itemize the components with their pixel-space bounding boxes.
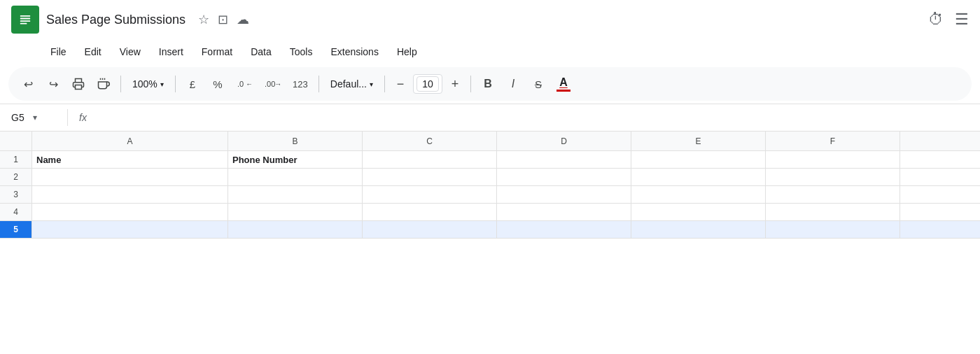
font-name: Defaul... bbox=[330, 78, 367, 90]
col-header-c[interactable]: C bbox=[363, 132, 497, 150]
cell-c2[interactable] bbox=[363, 169, 497, 185]
toolbar: ↩ ↪ 100% ▾ £ % .0 ← .00 → 12 bbox=[8, 67, 972, 101]
bold-button[interactable]: B bbox=[477, 73, 499, 95]
fx-label: fx bbox=[74, 112, 92, 123]
col-header-f[interactable]: F bbox=[766, 132, 900, 150]
cell-c3[interactable] bbox=[363, 186, 497, 203]
menu-help[interactable]: Help bbox=[388, 43, 426, 60]
cell-e3[interactable] bbox=[631, 186, 766, 203]
cell-e4[interactable] bbox=[631, 204, 766, 220]
grid-body: 1NamePhone Number2345 bbox=[0, 151, 980, 239]
decrease-font-size-button[interactable]: − bbox=[391, 74, 410, 94]
cell-e2[interactable] bbox=[631, 169, 766, 185]
cell-f3[interactable] bbox=[766, 186, 900, 203]
cell-f5[interactable] bbox=[766, 221, 900, 238]
undo-button[interactable]: ↩ bbox=[17, 73, 39, 95]
font-size-box: 10 bbox=[413, 74, 442, 94]
font-color-button[interactable]: A bbox=[552, 73, 575, 95]
italic-button[interactable]: I bbox=[502, 73, 524, 95]
cell-d2[interactable] bbox=[497, 169, 631, 185]
strikethrough-button[interactable]: S bbox=[527, 73, 550, 95]
font-dropdown-icon: ▾ bbox=[370, 80, 373, 88]
cell-c5[interactable] bbox=[363, 221, 497, 238]
folder-icon[interactable]: ⊡ bbox=[218, 12, 228, 27]
title-bar: Sales Page Submissions ☆ ⊡ ☁ ⏱ ☰ bbox=[0, 0, 980, 39]
table-row[interactable]: 4 bbox=[0, 204, 980, 221]
cell-d5[interactable] bbox=[497, 221, 631, 238]
col-header-b[interactable]: B bbox=[228, 132, 363, 150]
formula-input[interactable] bbox=[98, 112, 974, 123]
col-header-e[interactable]: E bbox=[631, 132, 766, 150]
percent-button[interactable]: % bbox=[206, 73, 229, 95]
cell-a4[interactable] bbox=[32, 204, 228, 220]
cell-d4[interactable] bbox=[497, 204, 631, 220]
app-icon[interactable] bbox=[11, 6, 39, 34]
font-size-value[interactable]: 10 bbox=[416, 76, 439, 92]
row-number: 2 bbox=[0, 169, 32, 185]
col-header-a[interactable]: A bbox=[32, 132, 228, 150]
redo-button[interactable]: ↪ bbox=[42, 73, 64, 95]
cell-b4[interactable] bbox=[228, 204, 363, 220]
number-format-button[interactable]: 123 bbox=[288, 73, 313, 95]
cell-a1[interactable]: Name bbox=[32, 151, 228, 168]
row-number: 4 bbox=[0, 204, 32, 220]
star-icon[interactable]: ☆ bbox=[198, 12, 209, 27]
cell-f4[interactable] bbox=[766, 204, 900, 220]
menu-extensions[interactable]: Extensions bbox=[322, 43, 386, 60]
row-number: 5 bbox=[0, 221, 32, 238]
cell-b3[interactable] bbox=[228, 186, 363, 203]
cell-e5[interactable] bbox=[631, 221, 766, 238]
row-number: 3 bbox=[0, 186, 32, 203]
cell-d3[interactable] bbox=[497, 186, 631, 203]
cell-c4[interactable] bbox=[363, 204, 497, 220]
menu-insert[interactable]: Insert bbox=[150, 43, 192, 60]
cell-d1[interactable] bbox=[497, 151, 631, 168]
menu-format[interactable]: Format bbox=[193, 43, 241, 60]
cell-ref-value[interactable]: G5 bbox=[6, 111, 30, 125]
svg-text:→: → bbox=[274, 80, 280, 88]
cell-a2[interactable] bbox=[32, 169, 228, 185]
table-row[interactable]: 3 bbox=[0, 186, 980, 204]
comments-icon[interactable]: ☰ bbox=[955, 10, 969, 29]
spreadsheet-grid: A B C D E F 1NamePhone Number2345 bbox=[0, 132, 980, 239]
menu-edit[interactable]: Edit bbox=[76, 43, 110, 60]
separator-5 bbox=[470, 76, 471, 92]
cell-reference: G5 ▾ bbox=[6, 111, 62, 125]
cell-e1[interactable] bbox=[631, 151, 766, 168]
menu-data[interactable]: Data bbox=[242, 43, 280, 60]
increase-decimal-button[interactable]: .00 → bbox=[260, 73, 285, 95]
print-button[interactable] bbox=[67, 73, 90, 95]
font-select[interactable]: Defaul... ▾ bbox=[325, 76, 379, 92]
svg-rect-0 bbox=[17, 11, 34, 28]
corner-cell bbox=[0, 132, 32, 150]
menu-view[interactable]: View bbox=[111, 43, 149, 60]
history-icon[interactable]: ⏱ bbox=[928, 10, 944, 29]
table-row[interactable]: 2 bbox=[0, 169, 980, 186]
cell-b2[interactable] bbox=[228, 169, 363, 185]
cloud-icon[interactable]: ☁ bbox=[237, 12, 249, 27]
separator-3 bbox=[318, 76, 319, 92]
table-row[interactable]: 1NamePhone Number bbox=[0, 151, 980, 169]
cell-ref-dropdown-icon[interactable]: ▾ bbox=[33, 113, 37, 122]
format-paint-button[interactable] bbox=[92, 73, 115, 95]
title-right: ⏱ ☰ bbox=[928, 10, 969, 29]
increase-font-size-button[interactable]: + bbox=[445, 74, 465, 94]
decrease-decimal-button[interactable]: .0 ← bbox=[232, 73, 257, 95]
currency-button[interactable]: £ bbox=[181, 73, 204, 95]
separator-1 bbox=[120, 76, 121, 92]
column-headers: A B C D E F bbox=[0, 132, 980, 151]
cell-f1[interactable] bbox=[766, 151, 900, 168]
cell-b5[interactable] bbox=[228, 221, 363, 238]
formula-bar: G5 ▾ fx bbox=[0, 104, 980, 132]
cell-f2[interactable] bbox=[766, 169, 900, 185]
cell-c1[interactable] bbox=[363, 151, 497, 168]
table-row[interactable]: 5 bbox=[0, 221, 980, 239]
cell-b1[interactable]: Phone Number bbox=[228, 151, 363, 168]
col-header-d[interactable]: D bbox=[497, 132, 631, 150]
cell-a5[interactable] bbox=[32, 221, 228, 238]
menu-tools[interactable]: Tools bbox=[281, 43, 321, 60]
zoom-control[interactable]: 100% ▾ bbox=[127, 76, 169, 92]
cell-a3[interactable] bbox=[32, 186, 228, 203]
menu-file[interactable]: File bbox=[42, 43, 75, 60]
svg-rect-4 bbox=[20, 23, 27, 24]
